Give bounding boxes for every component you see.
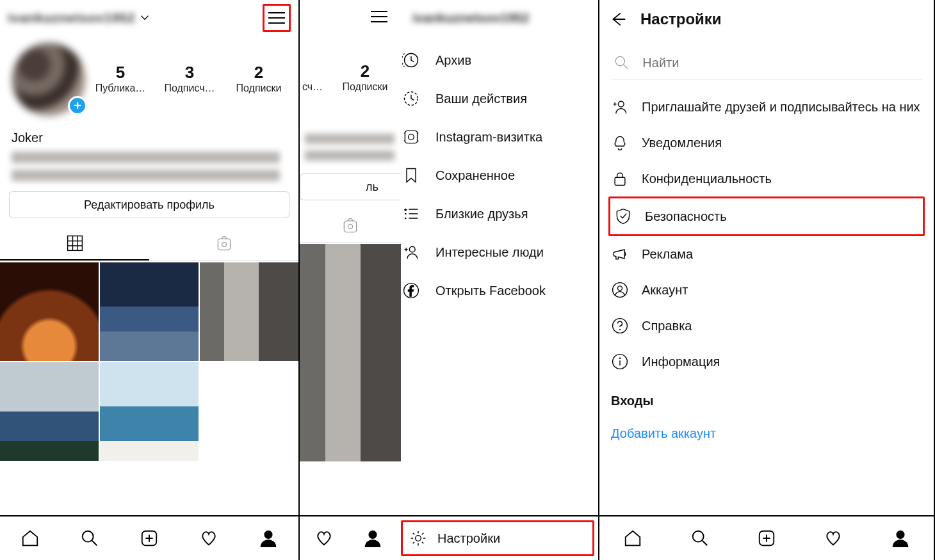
hamburger-icon	[371, 16, 387, 17]
stat-posts[interactable]: 5 Публика…	[95, 63, 146, 97]
profile-header: ivankuznetsov1952	[0, 0, 298, 36]
menu-item-discover-people[interactable]: Интересные люди	[401, 233, 598, 271]
settings-item-about[interactable]: Информация	[599, 344, 934, 380]
settings-item-label: Справка	[642, 319, 692, 333]
megaphone-icon	[611, 245, 629, 263]
discover-people-icon	[402, 243, 420, 261]
search-icon[interactable]	[80, 529, 99, 548]
bio-text	[12, 149, 280, 181]
hamburger-menu-button[interactable]	[365, 3, 393, 31]
edit-profile-label: Редактировать профиль	[84, 198, 215, 212]
facebook-icon	[402, 282, 420, 300]
info-icon	[611, 353, 629, 371]
menu-item-saved[interactable]: Сохраненное	[401, 156, 598, 195]
new-post-icon[interactable]	[140, 529, 159, 548]
menu-item-label: Близкие друзья	[435, 207, 528, 221]
profile-icon[interactable]	[259, 529, 278, 548]
settings-header: Настройки	[599, 0, 934, 38]
account-icon	[611, 281, 629, 299]
close-friends-icon	[402, 205, 420, 223]
stat-posts-count: 5	[95, 63, 146, 83]
menu-item-open-facebook[interactable]: Открыть Facebook	[401, 271, 598, 310]
help-icon	[611, 317, 629, 335]
back-arrow-icon[interactable]	[608, 10, 628, 29]
settings-item-label: Конфиденциальность	[642, 172, 772, 186]
menu-item-archive[interactable]: Архив	[401, 41, 598, 79]
search-icon[interactable]	[690, 529, 710, 548]
display-name: Joker	[0, 119, 298, 147]
profile-icon[interactable]	[363, 529, 382, 548]
tagged-icon	[215, 235, 233, 253]
profile-stats: 5 Публика… 3 Подписч… 2 Подписки	[95, 63, 288, 97]
post-thumb[interactable]	[0, 262, 99, 361]
stat-following[interactable]: 2 Подписки	[233, 63, 284, 97]
settings-title: Настройки	[640, 10, 722, 28]
menu-item-close-friends[interactable]: Близкие друзья	[401, 195, 598, 233]
activity-heart-icon[interactable]	[199, 529, 218, 548]
add-story-badge[interactable]: +	[68, 96, 87, 115]
bookmark-icon	[402, 166, 420, 184]
tab-tagged[interactable]	[149, 227, 298, 260]
activity-heart-icon[interactable]	[314, 529, 334, 548]
stat-following-label: Подписки	[343, 81, 388, 93]
nametag-icon	[402, 128, 420, 146]
stat-frag-label: сч…	[302, 81, 323, 93]
grid-icon	[66, 234, 84, 252]
bio-fragment	[305, 131, 394, 161]
home-icon[interactable]	[20, 529, 40, 548]
settings-search[interactable]	[611, 54, 922, 80]
profile-icon[interactable]	[891, 529, 910, 548]
username-dropdown[interactable]: ivankuznetsov1952	[8, 11, 150, 26]
tab-tagged-fragment[interactable]	[300, 209, 401, 243]
stat-posts-label: Публика…	[95, 83, 146, 94]
hamburger-menu-button[interactable]	[263, 4, 291, 32]
avatar-container[interactable]: +	[12, 42, 86, 116]
add-account-link[interactable]: Добавить аккаунт	[599, 415, 934, 452]
activity-icon	[402, 90, 420, 108]
menu-item-label: Сохраненное	[435, 168, 515, 183]
stat-followers[interactable]: 3 Подписч…	[164, 63, 215, 97]
settings-item-label: Безопасность	[645, 209, 727, 224]
profile-info-row: + 5 Публика… 3 Подписч… 2 Подписки	[0, 36, 298, 119]
new-post-icon[interactable]	[757, 529, 776, 548]
archive-icon	[402, 51, 420, 69]
post-thumb[interactable]	[100, 262, 199, 361]
settings-item-help[interactable]: Справка	[599, 308, 934, 344]
gear-icon	[409, 529, 427, 547]
activity-heart-icon[interactable]	[824, 529, 843, 548]
edit-profile-button[interactable]: Редактировать профиль	[9, 191, 289, 218]
stat-following[interactable]: 2 Подписки	[339, 61, 391, 95]
post-thumb[interactable]	[200, 262, 298, 361]
post-thumb[interactable]	[0, 362, 99, 461]
settings-item-privacy[interactable]: Конфиденциальность	[599, 161, 934, 196]
add-friend-icon	[611, 98, 629, 116]
home-icon[interactable]	[623, 529, 642, 548]
edit-profile-frag-label: ль	[366, 180, 378, 194]
tagged-icon	[341, 217, 359, 235]
settings-item-security[interactable]: Безопасность	[608, 196, 925, 236]
settings-item-label: Информация	[642, 355, 720, 369]
tab-grid[interactable]	[0, 227, 149, 260]
profile-screen: ivankuznetsov1952 + 5 Публика… 3 Подписч…	[0, 0, 300, 560]
side-menu-panel: ivankuznetsov1952 Архив Ваши действия In…	[401, 0, 598, 560]
settings-item-ads[interactable]: Реклама	[599, 236, 934, 272]
lock-icon	[611, 170, 629, 188]
menu-item-nametag[interactable]: Instagram-визитка	[401, 118, 598, 156]
settings-item-invite-friends[interactable]: Приглашайте друзей и подписывайтесь на н…	[599, 89, 934, 125]
edit-profile-button-fragment[interactable]: ль	[300, 173, 401, 200]
menu-item-your-activity[interactable]: Ваши действия	[401, 79, 598, 118]
menu-item-label: Instagram-визитка	[435, 130, 542, 145]
bottom-nav	[599, 515, 934, 560]
settings-item-notifications[interactable]: Уведомления	[599, 125, 934, 161]
menu-item-label: Ваши действия	[435, 92, 527, 106]
username-label: ivankuznetsov1952	[8, 11, 135, 26]
settings-item-account[interactable]: Аккаунт	[599, 272, 934, 308]
settings-list: Приглашайте друзей и подписывайтесь на н…	[599, 85, 934, 560]
hamburger-icon	[268, 17, 285, 19]
post-thumb-fragment	[300, 244, 401, 461]
settings-item-label: Приглашайте друзей и подписывайтесь на н…	[642, 99, 920, 116]
search-input[interactable]	[642, 56, 922, 70]
post-thumb[interactable]	[100, 362, 199, 461]
menu-item-settings[interactable]: Настройки	[401, 520, 594, 556]
settings-item-label: Аккаунт	[642, 283, 688, 298]
